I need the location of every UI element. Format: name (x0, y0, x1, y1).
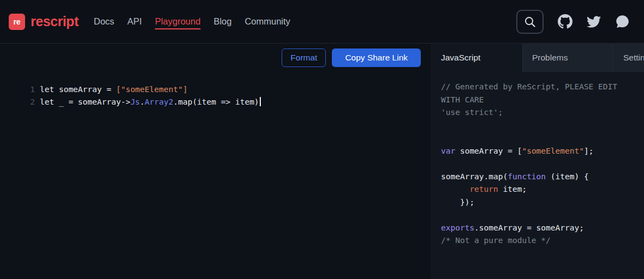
code-token: var (441, 147, 455, 155)
line-number: 2 (0, 96, 35, 108)
code-token: (item) { (546, 172, 589, 181)
copy-share-link-button[interactable]: Copy Share Link (332, 48, 421, 67)
code-line (441, 132, 637, 145)
code-line: // Generated by ReScript, PLEASE EDIT WI… (441, 81, 637, 106)
code-token: exports (441, 223, 474, 232)
code-line-content (441, 159, 446, 168)
tab-javascript[interactable]: JavaScript (431, 44, 523, 72)
text-cursor (260, 97, 261, 106)
search-button[interactable] (516, 10, 544, 34)
editor-toolbar: Format Copy Share Link (0, 44, 431, 67)
code-token: -> (121, 98, 130, 106)
logo-letters: re (13, 17, 20, 26)
code-line-content: }); (441, 198, 474, 207)
brand-wordmark: rescript (31, 14, 79, 29)
rescript-code-editor[interactable]: 1let someArray = ["someElement"]2let _ =… (0, 83, 431, 108)
code-token: .map(item => item) (173, 98, 259, 106)
tab-settings[interactable]: Settings (613, 44, 644, 72)
code-line: /* Not a pure module */ (441, 234, 637, 247)
navbar-right (516, 10, 635, 34)
discourse-icon[interactable] (615, 14, 630, 29)
code-token: someArray = [ (455, 147, 522, 155)
nav-links: Docs API Playground Blog Community (94, 16, 290, 27)
nav-item-community[interactable]: Community (245, 16, 290, 27)
code-line: 1let someArray = ["someElement"] (0, 83, 431, 96)
code-token: . (140, 98, 145, 106)
nav-item-api[interactable]: API (127, 16, 142, 27)
code-token: // Generated by ReScript, PLEASE EDIT WI… (441, 82, 622, 104)
rescript-logo[interactable]: re rescript (9, 14, 79, 30)
code-token: return (469, 185, 498, 193)
tab-problems[interactable]: Problems (523, 44, 613, 72)
code-token (441, 185, 469, 193)
code-line-content: // Generated by ReScript, PLEASE EDIT WI… (441, 82, 622, 104)
code-token: someArray.map( (441, 172, 508, 181)
code-token: ]; (584, 147, 593, 155)
code-line-content (441, 134, 446, 142)
twitter-icon[interactable] (587, 15, 601, 29)
nav-item-blog[interactable]: Blog (213, 16, 231, 27)
editor-pane: Format Copy Share Link 1let someArray = … (0, 44, 431, 279)
code-line-content (441, 210, 446, 219)
code-token: .someArray = someArray; (474, 223, 584, 232)
code-line (441, 119, 637, 132)
code-token: let _ = someArray (40, 98, 121, 106)
code-line: }); (441, 196, 637, 209)
code-line-content: let someArray = ["someElement"] (35, 83, 188, 96)
code-line-content: 'use strict'; (441, 108, 503, 117)
code-line-content: var someArray = ["someElement"]; (441, 147, 593, 155)
code-line: someArray.map(function (item) { (441, 171, 637, 184)
code-line-content: /* Not a pure module */ (441, 236, 551, 245)
code-line: 'use strict'; (441, 106, 637, 119)
code-line: exports.someArray = someArray; (441, 222, 637, 235)
main-area: Format Copy Share Link 1let someArray = … (0, 44, 644, 279)
code-token: ["someElement"] (116, 85, 188, 94)
code-token: Array2 (145, 98, 173, 106)
code-token: /* Not a pure module */ (441, 236, 551, 245)
line-number: 1 (0, 83, 35, 96)
code-line: var someArray = ["someElement"]; (441, 145, 637, 158)
nav-item-playground[interactable]: Playground (155, 16, 200, 27)
code-line: 2let _ = someArray->Js.Array2.map(item =… (0, 96, 431, 108)
code-line (441, 209, 637, 222)
github-icon[interactable] (558, 14, 573, 29)
output-tabs: JavaScript Problems Settings (431, 44, 644, 72)
code-token: function (508, 172, 546, 181)
code-token: 'use strict'; (441, 108, 503, 117)
code-token: let someArray = (40, 85, 116, 94)
search-icon (523, 15, 536, 28)
code-line-content (441, 121, 446, 130)
format-button[interactable]: Format (282, 48, 326, 67)
code-line-content: return item; (441, 185, 527, 193)
code-token: Js (130, 98, 140, 106)
code-token: }); (441, 198, 474, 207)
js-output-code[interactable]: // Generated by ReScript, PLEASE EDIT WI… (431, 72, 644, 247)
rescript-logo-icon: re (9, 14, 25, 30)
code-line (441, 157, 637, 171)
code-token: item; (498, 185, 527, 193)
navbar: re rescript Docs API Playground Blog Com… (0, 0, 644, 44)
code-line-content: let _ = someArray->Js.Array2.map(item =>… (35, 96, 261, 108)
code-token: "someElement" (522, 147, 584, 155)
output-pane: JavaScript Problems Settings // Generate… (431, 44, 644, 279)
code-line-content: someArray.map(function (item) { (441, 172, 589, 181)
nav-item-docs[interactable]: Docs (94, 16, 115, 27)
code-line: return item; (441, 183, 637, 196)
code-line-content: exports.someArray = someArray; (441, 223, 584, 232)
